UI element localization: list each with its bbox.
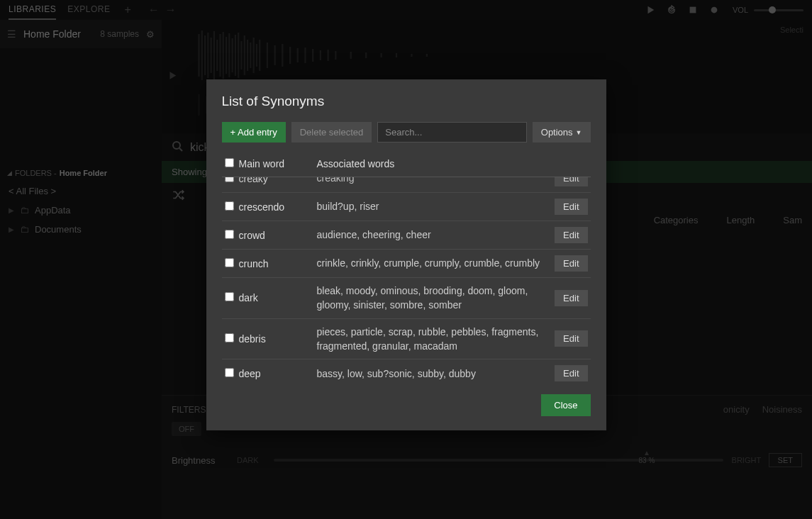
- row-checkbox[interactable]: [225, 177, 234, 182]
- modal-title: List of Synonyms: [222, 94, 591, 109]
- add-entry-button[interactable]: + Add entry: [222, 122, 286, 143]
- associated-words: audience, cheering, cheer: [317, 228, 555, 242]
- options-button[interactable]: Options ▼: [533, 122, 591, 143]
- edit-button[interactable]: Edit: [555, 227, 587, 243]
- synonym-table-body[interactable]: creakycreakingEditcrescendobuild?up, ris…: [222, 177, 591, 383]
- main-word: crunch: [239, 258, 317, 269]
- synonym-row: creakycreakingEdit: [222, 177, 591, 193]
- close-button[interactable]: Close: [541, 394, 590, 416]
- synonyms-modal: List of Synonyms + Add entry Delete sele…: [206, 79, 606, 430]
- synonym-row: crowdaudience, cheering, cheerEdit: [222, 221, 591, 250]
- associated-words: bassy, low, sub?sonic, subby, dubby: [317, 367, 555, 381]
- associated-words: pieces, particle, scrap, rubble, pebbles…: [317, 325, 555, 354]
- main-word: debris: [239, 333, 317, 345]
- edit-button[interactable]: Edit: [555, 255, 587, 272]
- row-checkbox[interactable]: [225, 292, 234, 301]
- synonym-row: darkbleak, moody, ominous, brooding, doo…: [222, 278, 591, 319]
- associated-words: build?up, riser: [317, 199, 555, 213]
- synonym-row: deepbassy, low, sub?sonic, subby, dubbyE…: [222, 359, 591, 383]
- row-checkbox[interactable]: [225, 368, 234, 377]
- associated-words: bleak, moody, ominous, brooding, doom, g…: [317, 284, 555, 313]
- main-word: dark: [239, 292, 317, 303]
- col-associated-words: Associated words: [317, 158, 588, 169]
- synonym-row: crescendobuild?up, riserEdit: [222, 193, 591, 221]
- synonym-table-header: Main word Associated words: [222, 152, 591, 177]
- chevron-down-icon: ▼: [576, 129, 582, 136]
- edit-button[interactable]: Edit: [555, 199, 587, 215]
- synonym-search-input[interactable]: [377, 122, 527, 143]
- row-checkbox[interactable]: [225, 333, 234, 342]
- synonym-row: crunchcrinkle, crinkly, crumple, crumply…: [222, 250, 591, 278]
- edit-button[interactable]: Edit: [555, 330, 587, 347]
- edit-button[interactable]: Edit: [555, 290, 587, 306]
- row-checkbox[interactable]: [225, 201, 234, 211]
- main-word: crescendo: [239, 201, 317, 213]
- row-checkbox[interactable]: [225, 230, 234, 239]
- main-word: crowd: [239, 230, 317, 241]
- select-all-checkbox[interactable]: [225, 158, 234, 167]
- edit-button[interactable]: Edit: [555, 365, 587, 381]
- associated-words: crinkle, crinkly, crumple, crumply, crum…: [317, 256, 555, 270]
- row-checkbox[interactable]: [225, 258, 234, 267]
- main-word: deep: [239, 368, 317, 379]
- modal-overlay: List of Synonyms + Add entry Delete sele…: [0, 0, 812, 519]
- main-word: creaky: [239, 177, 317, 184]
- edit-button[interactable]: Edit: [555, 177, 587, 186]
- associated-words: creaking: [317, 177, 555, 186]
- synonym-row: debrispieces, particle, scrap, rubble, p…: [222, 319, 591, 360]
- delete-selected-button[interactable]: Delete selected: [291, 122, 372, 143]
- col-main-word: Main word: [239, 158, 317, 169]
